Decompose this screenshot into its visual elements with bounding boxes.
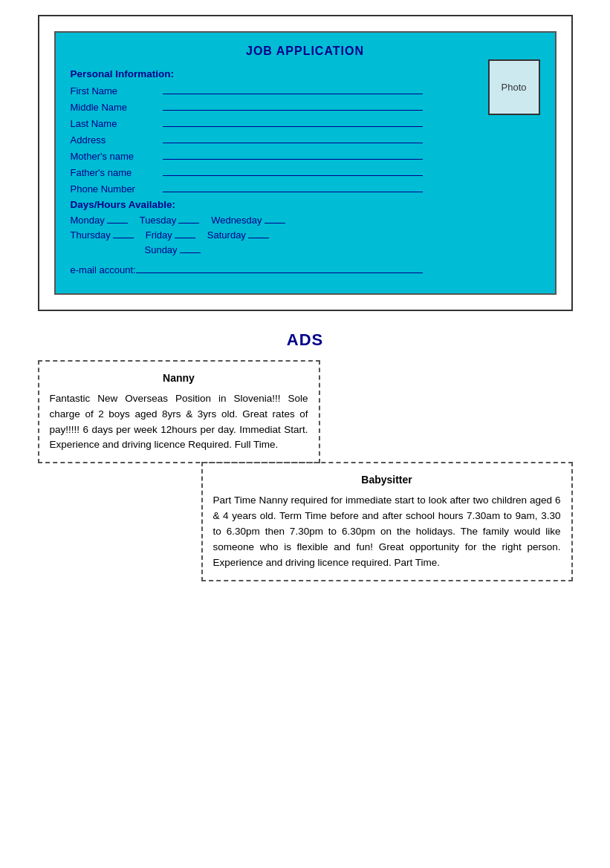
tuesday-item: Tuesday [140, 213, 199, 226]
mothers-name-row: Mother's name [71, 148, 423, 162]
photo-box: Photo [488, 59, 540, 115]
address-line[interactable] [163, 131, 423, 143]
days-label: Days/Hours Available: [71, 199, 423, 210]
friday-line[interactable] [175, 228, 195, 238]
middle-name-line[interactable] [163, 99, 423, 111]
saturday-line[interactable] [248, 228, 269, 238]
babysitter-ad: Babysitter Part Time Nanny required for … [201, 462, 573, 581]
email-line[interactable] [136, 261, 423, 273]
monday-line[interactable] [107, 213, 128, 223]
fathers-name-line[interactable] [163, 164, 423, 176]
last-name-row: Last Name [71, 115, 423, 129]
days-row-2: Thursday Friday Saturday [71, 228, 423, 241]
middle-name-row: Middle Name [71, 99, 423, 113]
phone-number-row: Phone Number [71, 180, 423, 195]
phone-number-line[interactable] [163, 180, 423, 192]
fathers-name-row: Father's name [71, 164, 423, 178]
saturday-item: Saturday [207, 228, 269, 241]
sunday-line[interactable] [180, 243, 201, 253]
thursday-item: Thursday [71, 228, 134, 241]
middle-name-label: Middle Name [71, 102, 160, 113]
days-row-1: Monday Tuesday Wednesday [71, 213, 423, 226]
personal-info-label: Personal Information: [71, 68, 423, 79]
email-label: e-mail account: [71, 264, 136, 275]
nanny-ad-title: Nanny [50, 371, 308, 387]
friday-item: Friday [146, 228, 195, 241]
first-name-line[interactable] [163, 82, 423, 94]
tuesday-line[interactable] [178, 213, 199, 223]
days-section: Days/Hours Available: Monday Tuesday Wed… [71, 199, 423, 255]
friday-label: Friday [146, 229, 172, 241]
last-name-line[interactable] [163, 115, 423, 127]
address-label: Address [71, 134, 160, 146]
first-name-row: First Name [71, 82, 423, 97]
photo-label: Photo [502, 82, 527, 93]
tuesday-label: Tuesday [140, 215, 176, 226]
days-row-3: Sunday [71, 243, 423, 255]
babysitter-ad-body: Part Time Nanny required for immediate s… [213, 493, 561, 571]
phone-number-label: Phone Number [71, 183, 160, 195]
nanny-ad: Nanny Fantastic New Overseas Position in… [38, 360, 320, 463]
fathers-name-label: Father's name [71, 167, 160, 178]
sunday-label: Sunday [145, 244, 178, 255]
ads-title: ADS [287, 330, 323, 350]
babysitter-ad-title: Babysitter [213, 472, 561, 489]
thursday-label: Thursday [71, 229, 111, 241]
email-row: e-mail account: [71, 261, 423, 275]
wednesday-line[interactable] [265, 213, 285, 223]
form-title: JOB APPLICATION [71, 45, 540, 58]
saturday-label: Saturday [207, 229, 246, 241]
address-row: Address [71, 131, 423, 146]
sunday-item: Sunday [145, 243, 201, 255]
page-outer: JOB APPLICATION Photo Personal Informati… [38, 15, 573, 311]
wednesday-item: Wednesday [211, 213, 285, 226]
nanny-ad-body: Fantastic New Overseas Position in Slove… [50, 391, 308, 454]
form-fields: Personal Information: First Name Middle … [71, 68, 423, 275]
thursday-line[interactable] [113, 228, 134, 238]
wednesday-label: Wednesday [211, 215, 262, 226]
monday-item: Monday [71, 213, 128, 226]
last-name-label: Last Name [71, 118, 160, 129]
first-name-label: First Name [71, 85, 160, 97]
mothers-name-line[interactable] [163, 148, 423, 160]
mothers-name-label: Mother's name [71, 151, 160, 162]
ads-container: Nanny Fantastic New Overseas Position in… [38, 360, 573, 581]
monday-label: Monday [71, 215, 105, 226]
job-application-form: JOB APPLICATION Photo Personal Informati… [54, 31, 557, 295]
